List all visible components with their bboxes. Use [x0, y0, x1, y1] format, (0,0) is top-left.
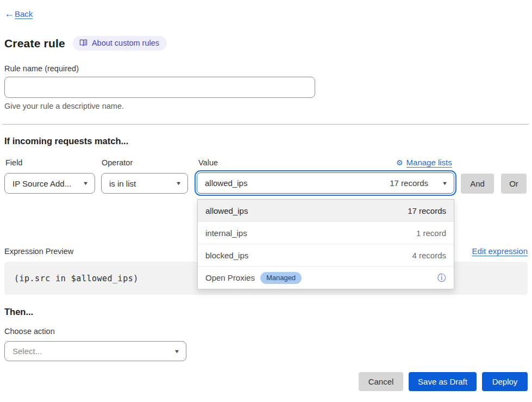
match-section-heading: If incoming requests match...: [4, 136, 128, 146]
option-name: allowed_ips: [205, 206, 248, 215]
manage-lists-label: Manage lists: [406, 158, 452, 167]
save-as-draft-button[interactable]: Save as Draft: [409, 372, 477, 391]
action-select[interactable]: Select... ▼: [4, 341, 186, 361]
deploy-button[interactable]: Deploy: [482, 372, 528, 391]
back-link-label: Back: [15, 9, 33, 18]
list-option-internal-ips[interactable]: internal_ips 1 record: [198, 222, 454, 244]
field-select-value: IP Source Add...: [12, 179, 71, 188]
about-custom-rules-label: About custom rules: [92, 39, 159, 47]
then-section-heading: Then...: [4, 307, 33, 317]
info-icon[interactable]: ⓘ: [437, 274, 446, 282]
operator-label: Operator: [102, 158, 133, 167]
manage-lists-link[interactable]: ⚙ Manage lists: [396, 158, 452, 167]
expression-preview-label: Expression Preview: [4, 247, 73, 256]
chevron-down-icon: ▼: [83, 181, 89, 186]
choose-action-label: Choose action: [4, 327, 55, 336]
rule-name-label: Rule name (required): [4, 64, 79, 73]
option-records: 17 records: [408, 206, 446, 215]
cancel-button[interactable]: Cancel: [359, 372, 403, 391]
rule-name-helper: Give your rule a descriptive name.: [4, 102, 124, 110]
value-select-records: 17 records: [390, 178, 428, 188]
value-label: Value: [198, 158, 218, 167]
or-button[interactable]: Or: [501, 174, 527, 194]
list-option-open-proxies[interactable]: Open Proxies Managed ⓘ: [198, 267, 454, 289]
action-select-placeholder: Select...: [12, 347, 42, 356]
option-name: internal_ips: [205, 228, 247, 238]
option-records: 1 record: [416, 228, 446, 238]
option-name: Open Proxies: [205, 273, 255, 282]
value-dropdown-menu: allowed_ips 17 records internal_ips 1 re…: [197, 199, 454, 289]
option-records: 4 records: [412, 251, 446, 260]
back-arrow-icon: ←: [4, 9, 14, 18]
gear-icon: ⚙: [396, 158, 403, 167]
chevron-down-icon: ▼: [174, 349, 180, 354]
rule-name-input[interactable]: [4, 77, 315, 98]
field-label: Field: [5, 158, 22, 167]
and-button[interactable]: And: [461, 174, 494, 194]
managed-badge: Managed: [260, 272, 302, 284]
chevron-down-icon: ▼: [176, 181, 182, 186]
list-option-allowed-ips[interactable]: allowed_ips 17 records: [198, 200, 454, 222]
edit-expression-link[interactable]: Edit expression: [472, 246, 528, 256]
operator-select[interactable]: is in list ▼: [101, 173, 188, 194]
operator-select-value: is in list: [109, 179, 136, 188]
list-option-blocked-ips[interactable]: blocked_ips 4 records: [198, 244, 454, 267]
expression-code: (ip.src in $allowed_ips): [14, 274, 139, 283]
create-rule-page: ← Back Create rule About custom rules Ru…: [0, 0, 532, 402]
value-select[interactable]: allowed_ips 17 records ▼: [197, 172, 454, 194]
book-icon: [79, 39, 87, 47]
page-title: Create rule: [4, 37, 65, 50]
about-custom-rules-link[interactable]: About custom rules: [73, 36, 167, 51]
chevron-down-icon: ▼: [442, 181, 448, 186]
option-name: blocked_ips: [205, 251, 248, 260]
field-select[interactable]: IP Source Add... ▼: [4, 173, 95, 194]
section-divider: [2, 124, 529, 125]
value-select-value: allowed_ips: [205, 178, 247, 188]
back-link[interactable]: ← Back: [4, 9, 33, 18]
